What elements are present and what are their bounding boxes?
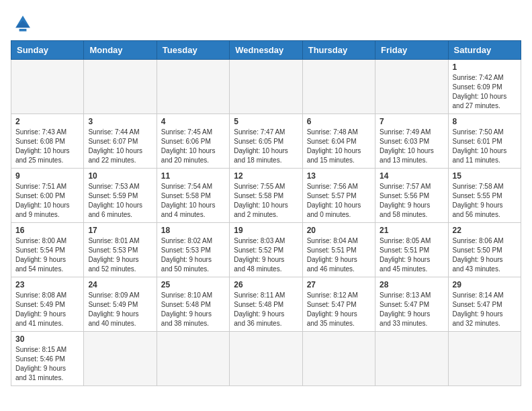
day-number: 11 — [161, 171, 225, 181]
calendar-day-empty — [448, 332, 521, 386]
weekday-header-row: SundayMondayTuesdayWednesdayThursdayFrid… — [11, 41, 521, 60]
logo-icon — [11, 11, 35, 35]
logo — [11, 11, 38, 35]
calendar-day-empty — [157, 60, 229, 114]
day-number: 27 — [307, 280, 371, 289]
day-number: 17 — [88, 226, 152, 235]
day-info: Sunrise: 8:08 AM Sunset: 5:49 PM Dayligh… — [15, 291, 79, 328]
calendar-day-19: 19Sunrise: 8:03 AM Sunset: 5:52 PM Dayli… — [230, 223, 302, 277]
calendar-day-22: 22Sunrise: 8:06 AM Sunset: 5:50 PM Dayli… — [448, 223, 521, 277]
day-number: 16 — [15, 226, 79, 235]
calendar-day-27: 27Sunrise: 8:12 AM Sunset: 5:47 PM Dayli… — [302, 277, 375, 332]
weekday-header-thursday: Thursday — [302, 41, 375, 60]
day-info: Sunrise: 7:48 AM Sunset: 6:04 PM Dayligh… — [307, 128, 371, 165]
day-info: Sunrise: 7:43 AM Sunset: 6:08 PM Dayligh… — [15, 128, 79, 165]
page-header — [11, 11, 521, 35]
calendar-day-empty — [11, 60, 84, 114]
calendar-week-row: 16Sunrise: 8:00 AM Sunset: 5:54 PM Dayli… — [11, 223, 521, 277]
calendar-day-11: 11Sunrise: 7:54 AM Sunset: 5:58 PM Dayli… — [157, 169, 229, 223]
day-info: Sunrise: 8:04 AM Sunset: 5:51 PM Dayligh… — [307, 236, 371, 274]
day-number: 21 — [380, 226, 443, 235]
calendar-day-17: 17Sunrise: 8:01 AM Sunset: 5:53 PM Dayli… — [84, 223, 157, 277]
calendar-day-1: 1Sunrise: 7:42 AM Sunset: 6:09 PM Daylig… — [448, 60, 521, 114]
svg-rect-2 — [19, 29, 27, 32]
day-info: Sunrise: 7:51 AM Sunset: 6:00 PM Dayligh… — [15, 182, 79, 220]
day-number: 7 — [380, 117, 443, 126]
day-info: Sunrise: 8:00 AM Sunset: 5:54 PM Dayligh… — [15, 236, 79, 274]
calendar-day-empty — [302, 332, 375, 386]
calendar-day-empty — [84, 332, 157, 386]
day-info: Sunrise: 7:54 AM Sunset: 5:58 PM Dayligh… — [161, 182, 225, 220]
day-info: Sunrise: 8:03 AM Sunset: 5:52 PM Dayligh… — [234, 236, 298, 274]
calendar-day-empty — [84, 60, 157, 114]
calendar-day-empty — [230, 332, 302, 386]
calendar-day-13: 13Sunrise: 7:56 AM Sunset: 5:57 PM Dayli… — [302, 169, 375, 223]
day-info: Sunrise: 8:05 AM Sunset: 5:51 PM Dayligh… — [380, 236, 443, 274]
calendar-day-16: 16Sunrise: 8:00 AM Sunset: 5:54 PM Dayli… — [11, 223, 84, 277]
calendar-week-row: 30Sunrise: 8:15 AM Sunset: 5:46 PM Dayli… — [11, 332, 521, 386]
calendar-day-3: 3Sunrise: 7:44 AM Sunset: 6:07 PM Daylig… — [84, 114, 157, 169]
calendar-day-empty — [302, 60, 375, 114]
day-info: Sunrise: 8:01 AM Sunset: 5:53 PM Dayligh… — [88, 236, 152, 274]
day-number: 12 — [234, 171, 298, 181]
day-number: 3 — [88, 117, 152, 126]
weekday-header-sunday: Sunday — [11, 41, 84, 60]
day-info: Sunrise: 8:13 AM Sunset: 5:47 PM Dayligh… — [380, 291, 443, 328]
calendar-day-25: 25Sunrise: 8:10 AM Sunset: 5:48 PM Dayli… — [157, 277, 229, 332]
day-info: Sunrise: 7:44 AM Sunset: 6:07 PM Dayligh… — [88, 128, 152, 165]
calendar-day-empty — [157, 332, 229, 386]
calendar-day-4: 4Sunrise: 7:45 AM Sunset: 6:06 PM Daylig… — [157, 114, 229, 169]
day-number: 28 — [380, 280, 443, 289]
day-number: 19 — [234, 226, 298, 235]
weekday-header-saturday: Saturday — [448, 41, 521, 60]
calendar-day-30: 30Sunrise: 8:15 AM Sunset: 5:46 PM Dayli… — [11, 332, 84, 386]
calendar-week-row: 2Sunrise: 7:43 AM Sunset: 6:08 PM Daylig… — [11, 114, 521, 169]
day-number: 13 — [307, 171, 371, 181]
day-info: Sunrise: 7:55 AM Sunset: 5:58 PM Dayligh… — [234, 182, 298, 220]
calendar-day-12: 12Sunrise: 7:55 AM Sunset: 5:58 PM Dayli… — [230, 169, 302, 223]
day-number: 25 — [161, 280, 225, 289]
day-info: Sunrise: 7:57 AM Sunset: 5:56 PM Dayligh… — [380, 182, 443, 220]
day-info: Sunrise: 7:47 AM Sunset: 6:05 PM Dayligh… — [234, 128, 298, 165]
day-info: Sunrise: 7:53 AM Sunset: 5:59 PM Dayligh… — [88, 182, 152, 220]
day-info: Sunrise: 8:02 AM Sunset: 5:53 PM Dayligh… — [161, 236, 225, 274]
day-info: Sunrise: 8:06 AM Sunset: 5:50 PM Dayligh… — [453, 236, 517, 274]
day-number: 14 — [380, 171, 443, 181]
day-number: 2 — [15, 117, 79, 126]
day-number: 4 — [161, 117, 225, 126]
calendar-week-row: 9Sunrise: 7:51 AM Sunset: 6:00 PM Daylig… — [11, 169, 521, 223]
weekday-header-wednesday: Wednesday — [230, 41, 302, 60]
calendar-day-18: 18Sunrise: 8:02 AM Sunset: 5:53 PM Dayli… — [157, 223, 229, 277]
day-info: Sunrise: 7:49 AM Sunset: 6:03 PM Dayligh… — [380, 128, 443, 165]
calendar-day-7: 7Sunrise: 7:49 AM Sunset: 6:03 PM Daylig… — [375, 114, 448, 169]
calendar-day-26: 26Sunrise: 8:11 AM Sunset: 5:48 PM Dayli… — [230, 277, 302, 332]
day-info: Sunrise: 7:45 AM Sunset: 6:06 PM Dayligh… — [161, 128, 225, 165]
day-info: Sunrise: 8:11 AM Sunset: 5:48 PM Dayligh… — [234, 291, 298, 328]
day-number: 22 — [453, 226, 517, 235]
day-number: 23 — [15, 280, 79, 289]
calendar-week-row: 23Sunrise: 8:08 AM Sunset: 5:49 PM Dayli… — [11, 277, 521, 332]
calendar-day-8: 8Sunrise: 7:50 AM Sunset: 6:01 PM Daylig… — [448, 114, 521, 169]
calendar-day-10: 10Sunrise: 7:53 AM Sunset: 5:59 PM Dayli… — [84, 169, 157, 223]
calendar-day-empty — [230, 60, 302, 114]
calendar-week-row: 1Sunrise: 7:42 AM Sunset: 6:09 PM Daylig… — [11, 60, 521, 114]
day-info: Sunrise: 8:09 AM Sunset: 5:49 PM Dayligh… — [88, 291, 152, 328]
day-info: Sunrise: 8:12 AM Sunset: 5:47 PM Dayligh… — [307, 291, 371, 328]
calendar-day-28: 28Sunrise: 8:13 AM Sunset: 5:47 PM Dayli… — [375, 277, 448, 332]
calendar-day-2: 2Sunrise: 7:43 AM Sunset: 6:08 PM Daylig… — [11, 114, 84, 169]
day-number: 20 — [307, 226, 371, 235]
day-number: 26 — [234, 280, 298, 289]
day-info: Sunrise: 7:58 AM Sunset: 5:55 PM Dayligh… — [453, 182, 517, 220]
calendar-day-14: 14Sunrise: 7:57 AM Sunset: 5:56 PM Dayli… — [375, 169, 448, 223]
day-info: Sunrise: 7:50 AM Sunset: 6:01 PM Dayligh… — [453, 128, 517, 165]
day-info: Sunrise: 8:14 AM Sunset: 5:47 PM Dayligh… — [453, 291, 517, 328]
calendar-day-9: 9Sunrise: 7:51 AM Sunset: 6:00 PM Daylig… — [11, 169, 84, 223]
day-info: Sunrise: 8:10 AM Sunset: 5:48 PM Dayligh… — [161, 291, 225, 328]
day-info: Sunrise: 7:42 AM Sunset: 6:09 PM Dayligh… — [453, 73, 517, 111]
day-number: 18 — [161, 226, 225, 235]
calendar-day-15: 15Sunrise: 7:58 AM Sunset: 5:55 PM Dayli… — [448, 169, 521, 223]
weekday-header-tuesday: Tuesday — [157, 41, 229, 60]
day-number: 29 — [453, 280, 517, 289]
calendar-day-24: 24Sunrise: 8:09 AM Sunset: 5:49 PM Dayli… — [84, 277, 157, 332]
day-number: 5 — [234, 117, 298, 126]
